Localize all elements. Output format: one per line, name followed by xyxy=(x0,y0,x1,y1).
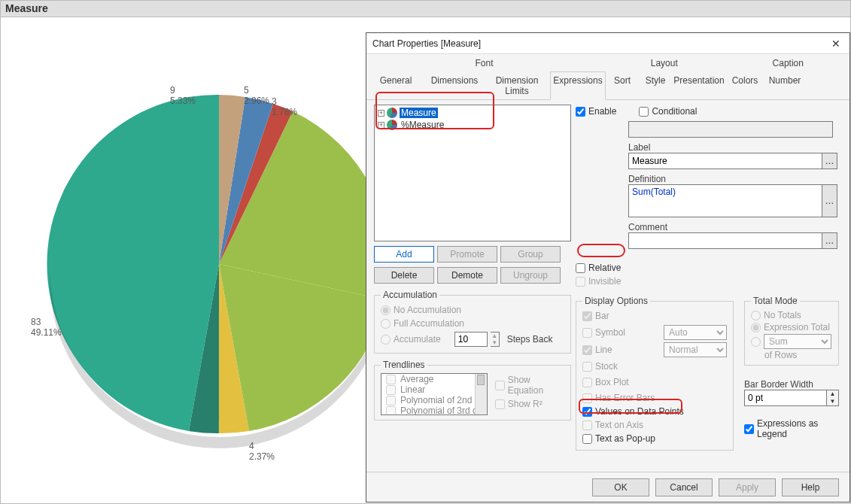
tab-layout[interactable]: Layout xyxy=(602,54,726,71)
relative-check[interactable] xyxy=(576,263,585,273)
symbol-select: Auto xyxy=(664,325,727,340)
group-button[interactable]: Group xyxy=(500,246,561,263)
display-options-group: Display Options Bar Symbol Auto Line Nor… xyxy=(576,296,734,451)
comment-ellipsis-button[interactable]: … xyxy=(822,232,837,249)
tab-number[interactable]: Number xyxy=(764,71,806,99)
pie-icon xyxy=(387,120,397,130)
line-select: Normal xyxy=(664,342,727,357)
pie-label-4: 42.37% xyxy=(249,441,275,462)
tab-presentation[interactable]: Presentation xyxy=(672,71,726,99)
bar-border-input[interactable] xyxy=(744,390,827,406)
close-icon[interactable]: ✕ xyxy=(828,38,843,50)
tab-dimension-limits[interactable]: Dimension Limits xyxy=(484,71,550,99)
show-r2-label: Show R² xyxy=(508,399,543,409)
trendlines-group: Trendlines Average Linear Polynomial of … xyxy=(374,360,571,421)
error-bars-check xyxy=(582,393,592,403)
trend-poly3-check xyxy=(386,406,396,416)
agg-select: Sum xyxy=(764,334,831,349)
pie-label-3: 31.78% xyxy=(272,96,297,117)
dialog-titlebar: Chart Properties [Measure] ✕ xyxy=(366,33,849,54)
demote-button[interactable]: Demote xyxy=(437,267,497,284)
cancel-button[interactable]: Cancel xyxy=(655,478,713,496)
comment-caption: Comment xyxy=(628,222,837,232)
values-on-data-points-check[interactable] xyxy=(582,407,592,417)
apply-button[interactable]: Apply xyxy=(719,478,776,496)
trend-average-check xyxy=(386,375,396,384)
accumulate-label: Accumulate xyxy=(394,334,441,345)
help-button[interactable]: Help xyxy=(782,478,839,496)
stepper-icon[interactable]: ▲▼ xyxy=(491,332,500,347)
pie-icon xyxy=(387,108,397,118)
text-as-popup-check[interactable] xyxy=(582,434,592,444)
conditional-check[interactable] xyxy=(639,107,649,117)
expression-item-measure[interactable]: + Measure xyxy=(376,107,569,119)
chart-title: Measure xyxy=(1,1,850,17)
agg-radio xyxy=(751,337,761,347)
no-accumulation-label: No Accumulation xyxy=(394,305,461,315)
line-check xyxy=(582,345,592,355)
expression-label: Measure xyxy=(400,108,438,118)
pie-label-83: 8349.11% xyxy=(31,317,62,338)
trend-linear-check xyxy=(386,385,396,395)
dialog-title-text: Chart Properties [Measure] xyxy=(372,38,481,49)
full-accumulation-label: Full Accumulation xyxy=(394,318,464,329)
promote-button[interactable]: Promote xyxy=(437,246,497,263)
tab-dimensions[interactable]: Dimensions xyxy=(425,71,484,99)
ungroup-button[interactable]: Ungroup xyxy=(500,267,561,284)
dialog-footer: OK Cancel Apply Help xyxy=(366,472,849,502)
show-r2-check xyxy=(495,399,505,409)
enable-check[interactable] xyxy=(576,107,585,117)
expression-list[interactable]: + Measure + %Measure xyxy=(374,105,571,241)
stock-check xyxy=(582,362,592,372)
label-ellipsis-button[interactable]: … xyxy=(822,153,837,169)
conditional-label: Conditional xyxy=(652,106,697,117)
trendlines-list[interactable]: Average Linear Polynomial of 2nd d Polyn… xyxy=(381,373,488,415)
accumulation-group: Accumulation No Accumulation Full Accumu… xyxy=(374,290,571,354)
pie-label-9: 95.33% xyxy=(170,85,196,106)
expressions-as-legend-check[interactable] xyxy=(744,424,754,434)
tab-font[interactable]: Font xyxy=(366,54,602,71)
display-options-legend: Display Options xyxy=(582,296,650,306)
tab-style[interactable]: Style xyxy=(639,71,672,99)
label-input[interactable] xyxy=(628,153,822,169)
no-accumulation-radio xyxy=(381,305,391,315)
add-button[interactable]: Add xyxy=(374,246,434,263)
pie-label-5: 52.96% xyxy=(244,85,269,106)
no-totals-radio xyxy=(751,311,761,320)
comment-input[interactable] xyxy=(628,232,822,249)
relative-label: Relative xyxy=(588,263,621,273)
label-caption: Label xyxy=(628,142,837,153)
values-on-data-points-label: Values on Data Points xyxy=(595,406,684,417)
trend-poly2-check xyxy=(386,396,396,405)
enable-label: Enable xyxy=(588,106,616,117)
conditional-input xyxy=(628,121,833,138)
tab-expressions[interactable]: Expressions xyxy=(550,71,606,100)
accumulate-radio xyxy=(381,335,391,345)
bar-border-caption: Bar Border Width xyxy=(744,379,839,390)
expression-item-pct-measure[interactable]: + %Measure xyxy=(376,119,569,131)
text-on-axis-check xyxy=(582,421,592,430)
tab-sort[interactable]: Sort xyxy=(606,71,639,99)
tab-general[interactable]: General xyxy=(366,71,425,99)
delete-button[interactable]: Delete xyxy=(374,267,434,284)
full-accumulation-radio xyxy=(381,319,391,329)
invisible-check xyxy=(576,277,585,287)
show-equation-label: Show Equation xyxy=(508,375,564,396)
show-equation-check xyxy=(495,381,505,390)
chart-properties-dialog: Chart Properties [Measure] ✕ Font Layout… xyxy=(366,32,850,502)
definition-input[interactable]: Sum(Total) xyxy=(628,184,822,217)
scrollbar[interactable] xyxy=(475,374,487,414)
accumulation-legend: Accumulation xyxy=(381,290,439,300)
dialog-tabs: Font Layout Caption General Dimensions D… xyxy=(366,54,849,100)
tab-colors[interactable]: Colors xyxy=(726,71,764,99)
steps-back-label: Steps Back xyxy=(507,334,553,345)
tab-caption[interactable]: Caption xyxy=(727,54,849,71)
tree-expand-icon[interactable]: + xyxy=(378,122,384,129)
expressions-as-legend-label: Expressions as Legend xyxy=(757,418,839,439)
tree-expand-icon[interactable]: + xyxy=(378,110,384,117)
steps-back-input[interactable] xyxy=(454,332,488,347)
ok-button[interactable]: OK xyxy=(592,478,649,496)
definition-ellipsis-button[interactable]: … xyxy=(822,184,837,217)
invisible-label: Invisible xyxy=(588,276,621,287)
stepper-icon[interactable]: ▲▼ xyxy=(827,390,839,406)
